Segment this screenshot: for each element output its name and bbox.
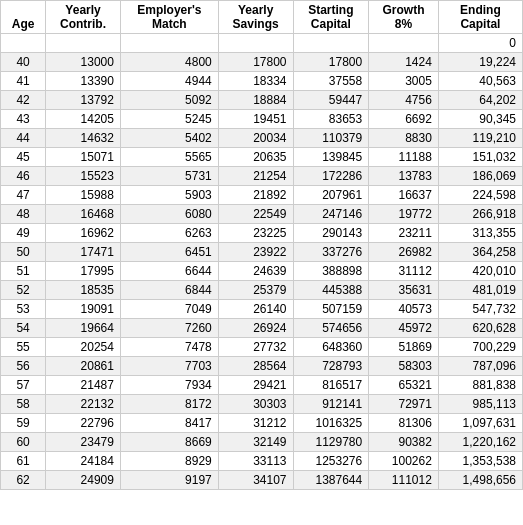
cell-savings: 23922	[218, 243, 293, 262]
cell-savings: 25379	[218, 281, 293, 300]
cell-ending: 0	[438, 34, 522, 53]
cell-age: 60	[1, 433, 46, 452]
col-growth: Growth8%	[369, 1, 439, 34]
col-employer-match: Employer'sMatch	[120, 1, 218, 34]
cell-match: 6263	[120, 224, 218, 243]
cell-growth: 58303	[369, 357, 439, 376]
cell-age	[1, 34, 46, 53]
cell-growth: 1424	[369, 53, 439, 72]
cell-yearly: 17471	[46, 243, 121, 262]
cell-yearly: 17995	[46, 262, 121, 281]
table-row: 511799566442463938889831112420,010	[1, 262, 523, 281]
cell-growth: 90382	[369, 433, 439, 452]
cell-ending: 19,224	[438, 53, 522, 72]
cell-yearly: 13000	[46, 53, 121, 72]
cell-starting: 728793	[293, 357, 369, 376]
cell-match: 5565	[120, 148, 218, 167]
cell-savings: 32149	[218, 433, 293, 452]
table-row: 451507155652063513984511188151,032	[1, 148, 523, 167]
cell-ending: 1,498,656	[438, 471, 522, 490]
cell-yearly: 24909	[46, 471, 121, 490]
table-row: 60234798669321491129780903821,220,162	[1, 433, 523, 452]
cell-growth: 65321	[369, 376, 439, 395]
cell-starting: 290143	[293, 224, 369, 243]
cell-growth: 3005	[369, 72, 439, 91]
cell-ending: 364,258	[438, 243, 522, 262]
cell-savings: 31212	[218, 414, 293, 433]
cell-starting	[293, 34, 369, 53]
table-row: 582213281723030391214172971985,113	[1, 395, 523, 414]
cell-yearly: 19664	[46, 319, 121, 338]
cell-ending: 547,732	[438, 300, 522, 319]
cell-match: 6844	[120, 281, 218, 300]
cell-ending: 90,345	[438, 110, 522, 129]
cell-match: 6451	[120, 243, 218, 262]
cell-yearly: 21487	[46, 376, 121, 395]
cell-ending: 40,563	[438, 72, 522, 91]
cell-ending: 186,069	[438, 167, 522, 186]
table-row: 501747164512392233727626982364,258	[1, 243, 523, 262]
table-row: 562086177032856472879358303787,096	[1, 357, 523, 376]
cell-match: 6644	[120, 262, 218, 281]
cell-ending: 985,113	[438, 395, 522, 414]
cell-starting: 507159	[293, 300, 369, 319]
table-row: 0	[1, 34, 523, 53]
col-ending-capital: EndingCapital	[438, 1, 522, 34]
cell-savings: 26140	[218, 300, 293, 319]
cell-starting: 207961	[293, 186, 369, 205]
cell-yearly: 19091	[46, 300, 121, 319]
cell-age: 41	[1, 72, 46, 91]
table-row: 531909170492614050715940573547,732	[1, 300, 523, 319]
col-yearly-savings: YearlySavings	[218, 1, 293, 34]
table-row: 411339049441833437558300540,563	[1, 72, 523, 91]
cell-starting: 172286	[293, 167, 369, 186]
cell-age: 45	[1, 148, 46, 167]
cell-age: 59	[1, 414, 46, 433]
cell-ending: 481,019	[438, 281, 522, 300]
table-row: 541966472602692457465645972620,628	[1, 319, 523, 338]
cell-age: 51	[1, 262, 46, 281]
cell-age: 44	[1, 129, 46, 148]
cell-starting: 139845	[293, 148, 369, 167]
cell-match: 7049	[120, 300, 218, 319]
cell-savings: 23225	[218, 224, 293, 243]
cell-growth: 11188	[369, 148, 439, 167]
cell-ending: 881,838	[438, 376, 522, 395]
cell-match: 4800	[120, 53, 218, 72]
cell-yearly: 22796	[46, 414, 121, 433]
table-row: 572148779342942181651765321881,838	[1, 376, 523, 395]
cell-growth: 8830	[369, 129, 439, 148]
cell-savings: 18884	[218, 91, 293, 110]
cell-age: 57	[1, 376, 46, 395]
cell-ending: 1,353,538	[438, 452, 522, 471]
cell-yearly: 15988	[46, 186, 121, 205]
cell-growth: 6692	[369, 110, 439, 129]
cell-match: 5245	[120, 110, 218, 129]
cell-match: 5092	[120, 91, 218, 110]
cell-savings: 21892	[218, 186, 293, 205]
cell-savings	[218, 34, 293, 53]
cell-match: 6080	[120, 205, 218, 224]
cell-savings: 33113	[218, 452, 293, 471]
table-row: 471598859032189220796116637224,598	[1, 186, 523, 205]
cell-starting: 247146	[293, 205, 369, 224]
cell-match: 9197	[120, 471, 218, 490]
cell-starting: 1016325	[293, 414, 369, 433]
col-age: Age	[1, 1, 46, 34]
cell-growth: 35631	[369, 281, 439, 300]
cell-starting: 648360	[293, 338, 369, 357]
cell-ending: 1,097,631	[438, 414, 522, 433]
cell-growth: 45972	[369, 319, 439, 338]
cell-match	[120, 34, 218, 53]
cell-yearly: 24184	[46, 452, 121, 471]
cell-yearly: 15523	[46, 167, 121, 186]
table-row: 552025474782773264836051869700,229	[1, 338, 523, 357]
cell-growth: 31112	[369, 262, 439, 281]
cell-yearly: 23479	[46, 433, 121, 452]
cell-growth: 111012	[369, 471, 439, 490]
cell-ending: 266,918	[438, 205, 522, 224]
table-row: 59227968417312121016325813061,097,631	[1, 414, 523, 433]
cell-age: 61	[1, 452, 46, 471]
cell-growth	[369, 34, 439, 53]
cell-age: 55	[1, 338, 46, 357]
